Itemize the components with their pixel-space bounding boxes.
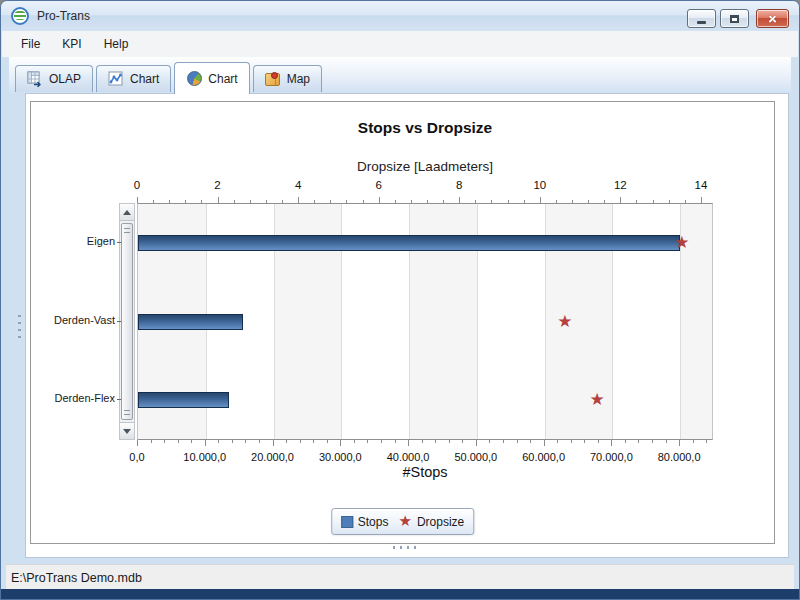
- tab-chart-pie[interactable]: Chart: [174, 62, 249, 94]
- category-tick: [117, 321, 121, 322]
- tick-minor: [381, 440, 382, 443]
- status-text: E:\ProTrans Demo.mdb: [11, 571, 142, 585]
- tick-label: 4: [278, 179, 318, 191]
- scroll-up-button[interactable]: [120, 204, 134, 221]
- tick-minor: [571, 440, 572, 443]
- star-marker: ★: [557, 313, 572, 330]
- tab-strip: OLAP Chart Chart Map: [9, 57, 791, 93]
- tick-major: [679, 440, 680, 446]
- line-chart-icon: [108, 71, 124, 87]
- tick-label: 14: [681, 179, 721, 191]
- chart-title: Stops vs Dropsize: [137, 119, 713, 137]
- legend-label-stops: Stops: [358, 515, 389, 529]
- tab-label: OLAP: [49, 72, 81, 86]
- tick-minor: [584, 440, 585, 443]
- top-axis-label: Dropsize [Laadmeters]: [137, 159, 713, 174]
- menu-item-kpi[interactable]: KPI: [51, 32, 92, 56]
- menu-bar: File KPI Help: [2, 31, 798, 57]
- pie-chart-icon: [186, 71, 202, 87]
- tick-minor: [327, 440, 328, 443]
- tick-minor: [313, 440, 314, 443]
- tick-minor: [422, 440, 423, 443]
- menu-item-file[interactable]: File: [10, 32, 51, 56]
- tick-minor: [300, 440, 301, 443]
- category-tick: [117, 242, 121, 243]
- top-axis-tick-labels: 02468101214: [137, 179, 713, 193]
- tab-chart-line[interactable]: Chart: [96, 65, 171, 92]
- legend-label-dropsize: Dropsize: [417, 515, 464, 529]
- tick-minor: [503, 440, 504, 443]
- tick-label: 12: [600, 179, 640, 191]
- tick-label: 80.000,0: [647, 451, 711, 463]
- scroll-down-button[interactable]: [120, 422, 134, 439]
- v-scrollbar[interactable]: [119, 203, 135, 440]
- tick-label: 0: [117, 179, 157, 191]
- minimize-icon: [697, 21, 706, 24]
- tab-label: Chart: [130, 72, 159, 86]
- tick-major: [476, 440, 477, 446]
- window-bottom-border: [1, 589, 799, 599]
- tick-minor: [666, 440, 667, 443]
- tick-label: 60.000,0: [512, 451, 576, 463]
- tick-minor: [638, 440, 639, 443]
- tab-olap[interactable]: OLAP: [15, 65, 93, 92]
- tab-map[interactable]: Map: [253, 65, 322, 92]
- tick-minor: [395, 440, 396, 443]
- tick-label: 70.000,0: [579, 451, 643, 463]
- bottom-axis-label: #Stops: [137, 464, 713, 480]
- tick-major: [408, 440, 409, 446]
- horizontal-splitter-handle[interactable]: [393, 546, 418, 549]
- tick-minor: [693, 440, 694, 443]
- down-arrow-icon: [123, 429, 131, 434]
- tick-minor: [449, 440, 450, 443]
- tick-minor: [435, 440, 436, 443]
- close-button[interactable]: [756, 9, 789, 28]
- bottom-axis-ticks: [137, 440, 713, 448]
- window-title: Pro-Trans: [37, 9, 90, 23]
- tick-minor: [625, 440, 626, 443]
- tick-minor: [178, 440, 179, 443]
- content-panel: Stops vs Dropsize Dropsize [Laadmeters] …: [25, 93, 789, 558]
- tick-label: 10.000,0: [173, 451, 237, 463]
- tick-minor: [706, 440, 707, 443]
- tick-minor: [354, 440, 355, 443]
- bar: [138, 314, 243, 330]
- tick-major: [544, 440, 545, 446]
- vertical-splitter-handle[interactable]: [18, 315, 21, 342]
- tick-minor: [232, 440, 233, 443]
- tick-minor: [557, 440, 558, 443]
- tick-major: [611, 440, 612, 446]
- maximize-button[interactable]: [720, 9, 749, 28]
- tick-major: [340, 440, 341, 446]
- legend-item-dropsize[interactable]: ★ Dropsize: [398, 514, 464, 529]
- tick-minor: [462, 440, 463, 443]
- app-logo-icon: [11, 7, 29, 25]
- tick-label: 40.000,0: [376, 451, 440, 463]
- bar: [138, 235, 680, 251]
- tab-label: Map: [287, 72, 310, 86]
- tick-minor: [191, 440, 192, 443]
- map-icon: [265, 71, 281, 87]
- category-label: Derden-Vast: [31, 314, 115, 326]
- tick-label: 0,0: [105, 451, 169, 463]
- chart-box: Stops vs Dropsize Dropsize [Laadmeters] …: [30, 101, 775, 544]
- tick-minor: [530, 440, 531, 443]
- tick-minor: [245, 440, 246, 443]
- stops-swatch-icon: [341, 516, 353, 528]
- minimize-button[interactable]: [687, 9, 716, 28]
- tick-minor: [286, 440, 287, 443]
- tick-minor: [164, 440, 165, 443]
- tick-major: [205, 440, 206, 446]
- window-controls: [683, 9, 789, 28]
- tick-major: [137, 440, 138, 446]
- tick-label: 2: [198, 179, 238, 191]
- plot-area: ★★★: [137, 203, 713, 440]
- legend-item-stops[interactable]: Stops: [341, 515, 389, 529]
- tick-minor: [652, 440, 653, 443]
- status-bar: E:\ProTrans Demo.mdb: [6, 564, 794, 591]
- chart-legend: Stops ★ Dropsize: [331, 508, 475, 535]
- menu-item-help[interactable]: Help: [93, 32, 140, 56]
- title-bar[interactable]: Pro-Trans: [1, 1, 799, 31]
- scrollbar-thumb[interactable]: [121, 223, 133, 420]
- tick-minor: [218, 440, 219, 443]
